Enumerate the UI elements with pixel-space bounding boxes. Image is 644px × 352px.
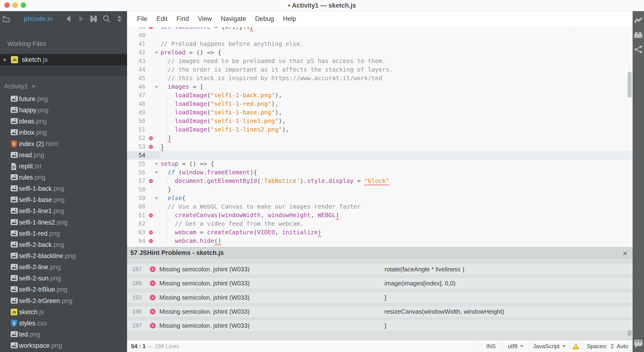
tree-item-happy[interactable]: happy.png [0, 105, 127, 116]
tree-item-selfi-1-base[interactable]: selfi-1-base.png [0, 194, 127, 206]
tree-item-selfi-1-red[interactable]: selfi-1-red.png [0, 228, 127, 239]
fold-arrow-icon[interactable] [155, 171, 158, 174]
fold-arrow-icon[interactable] [155, 86, 158, 88]
code-line-59[interactable]: 59 else{ [127, 194, 632, 202]
share-icon[interactable] [634, 45, 642, 54]
indent-settings[interactable]: Spaces: 2 Auto [582, 340, 632, 352]
tree-item-ted[interactable]: ted.png [0, 329, 127, 340]
code-line-49[interactable]: 49 loadImage("selfi-1-base.png"), [127, 108, 632, 117]
code-text: // Use a WebGL Canvas to make our images… [160, 202, 361, 211]
code-line-57[interactable]: 57× document.getElementById('TabNotice')… [127, 177, 632, 185]
code-line-47[interactable]: 47 loadImage("selfi-1-back.png"), [127, 91, 632, 100]
line-number: 41 [127, 40, 145, 48]
close-icon[interactable]: × [623, 248, 628, 258]
code-line-50[interactable]: 50 loadImage("selfi-1-line1.png"), [127, 117, 632, 125]
problem-row-189[interactable]: 189×Missing semicolon. jshint (W033)imag… [127, 278, 632, 288]
image-file-icon [11, 230, 18, 236]
fold-arrow-icon[interactable] [155, 197, 158, 200]
code-line-45[interactable]: 45 // this stack is inspired by https://… [127, 74, 632, 83]
code-line-64[interactable]: 64× webcam.hide() [127, 237, 632, 245]
code-line-61[interactable]: 61× createCanvas(windowWidth, windowHeig… [127, 211, 632, 220]
tree-item-selfi-2-trgreen[interactable]: selfi-2-trGreen.png [0, 295, 127, 307]
menu-help[interactable]: Help [283, 15, 296, 23]
cursor-position[interactable]: 54 : 1 — 198 Lines [127, 343, 179, 349]
lint-error-icon[interactable]: × [149, 213, 153, 217]
line-number: 60 [127, 202, 145, 211]
problem-row-187[interactable]: 187×Missing semicolon. jshint (W033)rota… [127, 264, 632, 274]
tree-item-selfi-1-lines2[interactable]: selfi-1-lines2.png [0, 217, 127, 228]
tree-item-selfi-2-line[interactable]: selfi-2-line.png [0, 262, 127, 273]
code-editor[interactable]: 39×let faceCentre = {x:1,y:1}4041// Prel… [127, 27, 632, 247]
lint-error-icon[interactable]: × [149, 179, 153, 183]
problem-row-192[interactable]: 192×Missing semicolon. jshint (W033)} [127, 292, 632, 303]
line-number: 57 [127, 177, 145, 185]
tree-item-selfi-2-sun[interactable]: selfi-2-sun.png [0, 273, 127, 284]
tree-item-sketch[interactable]: JSsketch.js [0, 307, 127, 318]
tree-item-read[interactable]: read.png [0, 150, 127, 161]
code-line-44[interactable]: 44 // the order is important as it affec… [127, 65, 632, 74]
panel-scrollbar-thumb[interactable] [628, 330, 632, 336]
code-line-39[interactable]: 39×let faceCentre = {x:1,y:1} [127, 27, 632, 31]
image-file-icon [11, 253, 18, 259]
tree-item-selfi-1-line1[interactable]: selfi-1-line1.png [0, 206, 127, 217]
problem-row-196[interactable]: 196×Missing semicolon. jshint (W033)resi… [127, 306, 632, 317]
menu-debug[interactable]: Debug [255, 15, 274, 23]
extensions-brick-icon[interactable] [634, 31, 643, 38]
image-file-icon [11, 208, 18, 214]
code-line-41[interactable]: 41// Preload happens before anything els… [127, 40, 632, 48]
tree-item-ideas[interactable]: ideas.png [0, 116, 127, 127]
code-line-51[interactable]: 51 loadImage("selfi-1-lines2.png"), [127, 125, 632, 134]
line-number: 45 [127, 74, 145, 83]
code-line-62[interactable]: 62 // Get a video feed from the webcam. [127, 220, 632, 228]
fold-arrow-icon[interactable] [155, 163, 158, 165]
language-select[interactable]: JavaScript [529, 340, 569, 352]
lint-error-icon[interactable]: × [149, 136, 153, 140]
code-line-58[interactable]: 58 } [127, 185, 632, 194]
tree-item-future[interactable]: future.png [0, 93, 127, 105]
tree-item-index-2-[interactable]: 5index (2).html [0, 138, 127, 150]
tree-item-selfi-2-back[interactable]: selfi-2-back.png [0, 239, 127, 250]
lint-error-icon[interactable]: × [149, 239, 153, 243]
code-line-63[interactable]: 63× webcam = createCapture(VIDEO, initia… [127, 228, 632, 237]
fold-arrow-icon[interactable] [155, 52, 158, 54]
tree-item-selfi-1-back[interactable]: selfi-1-back.png [0, 183, 127, 194]
menu-view[interactable]: View [198, 15, 212, 23]
menu-file[interactable]: File [137, 15, 148, 23]
lint-error-icon[interactable]: × [149, 27, 153, 29]
editor-scrollbar-thumb[interactable] [628, 72, 632, 98]
sidebar: phcode.io Working Files [0, 11, 127, 352]
code-line-60[interactable]: 60 // Use a WebGL Canvas to make our ima… [127, 202, 632, 211]
code-line-48[interactable]: 48 loadImage("selfi-1-red.png"), [127, 100, 632, 108]
tree-item-inbox[interactable]: inbox.png [0, 127, 127, 138]
insert-mode-toggle[interactable]: INS [480, 340, 502, 352]
problem-row-197[interactable]: 197×Missing semicolon. jshint (W033)} [127, 320, 632, 331]
tree-item-styles[interactable]: 3styles.css [0, 318, 127, 329]
code-line-53[interactable]: 53×} [127, 142, 632, 151]
encoding-select[interactable]: utf8 [502, 340, 529, 352]
menu-find[interactable]: Find [176, 15, 189, 23]
code-line-56[interactable]: 56 if (window.frameElement){ [127, 168, 632, 177]
code-text: setup = () => { [160, 159, 214, 168]
svg-text:JS: JS [12, 310, 16, 314]
tree-item-selfi-2-blackline[interactable]: selfi-2-blackline.png [0, 250, 127, 262]
code-text: loadImage("selfi-1-back.png"), [160, 91, 282, 100]
code-line-52[interactable]: 52× ] [127, 134, 632, 142]
lint-error-icon[interactable]: × [149, 231, 153, 235]
code-line-40[interactable]: 40 [127, 31, 632, 40]
feedback-quote-icon[interactable]: ”” [634, 339, 643, 348]
code-line-42[interactable]: 42preload = () => { [127, 48, 632, 57]
lint-error-icon[interactable]: × [149, 145, 153, 149]
code-line-55[interactable]: 55setup = () => { [127, 159, 632, 168]
menu-navigate[interactable]: Navigate [221, 15, 246, 23]
menu-edit[interactable]: Edit [156, 15, 168, 23]
tree-item-replit[interactable]: replit.txt [0, 161, 127, 172]
live-preview-lightning-icon[interactable] [634, 17, 642, 24]
lint-warning-indicator[interactable]: ! [569, 340, 582, 352]
tree-item-selfi-2-trblue[interactable]: selfi-2-trBlue.png [0, 284, 127, 295]
tree-item-workspace[interactable]: workspace.png [0, 340, 127, 351]
image-file-icon [11, 286, 18, 292]
code-line-43[interactable]: 43 // images need to be preloaded so tha… [127, 57, 632, 65]
code-line-46[interactable]: 46 images = [ [127, 83, 632, 91]
code-line-54[interactable]: 54 [127, 151, 632, 159]
tree-item-rules[interactable]: rules.png [0, 172, 127, 183]
